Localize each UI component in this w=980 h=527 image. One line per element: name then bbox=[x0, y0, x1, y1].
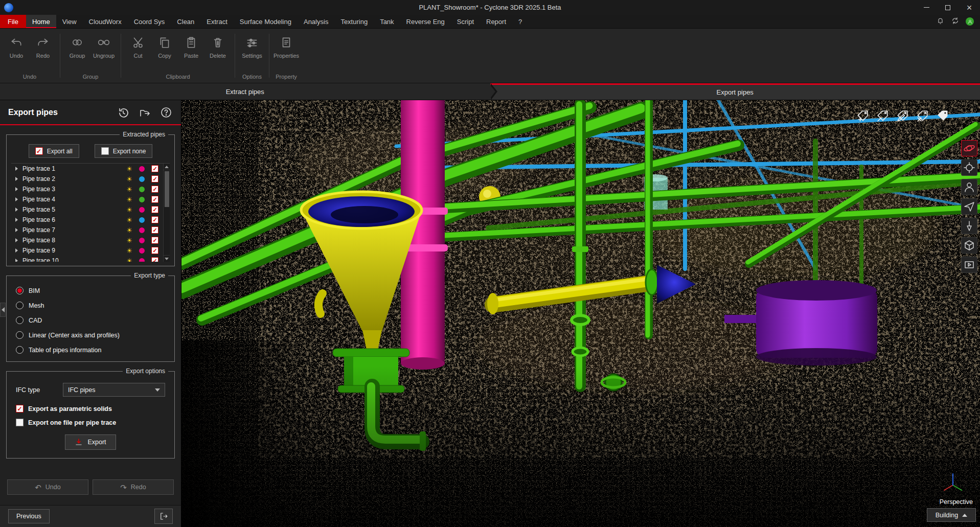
exit-command-button[interactable] bbox=[154, 509, 173, 524]
color-swatch[interactable] bbox=[139, 196, 145, 203]
export-checkbox[interactable] bbox=[151, 196, 158, 203]
pipe-trace-row[interactable]: Pipe trace 10 bbox=[11, 256, 170, 262]
tab-cloudworx[interactable]: CloudWorx bbox=[83, 15, 128, 28]
copy-button[interactable]: Copy bbox=[151, 31, 178, 59]
target-icon[interactable] bbox=[961, 159, 977, 176]
color-swatch[interactable] bbox=[139, 166, 145, 172]
visibility-sun-icon[interactable] bbox=[126, 176, 132, 182]
tab-script[interactable]: Script bbox=[451, 15, 480, 28]
color-swatch[interactable] bbox=[139, 207, 145, 213]
visibility-sun-icon[interactable] bbox=[126, 196, 132, 203]
export-checkbox[interactable] bbox=[151, 247, 158, 254]
group-button[interactable]: Group bbox=[64, 31, 90, 59]
visibility-sun-icon[interactable] bbox=[126, 186, 132, 193]
tab-tank[interactable]: Tank bbox=[374, 15, 400, 28]
undo-button[interactable]: Undo bbox=[3, 31, 30, 59]
radio-cad[interactable]: CAD bbox=[11, 313, 170, 328]
pipe-trace-row[interactable]: Pipe trace 9 bbox=[11, 245, 170, 256]
scroll-up-icon[interactable] bbox=[164, 164, 170, 170]
expand-caret-icon[interactable] bbox=[15, 177, 18, 181]
cut-button[interactable]: Cut bbox=[125, 31, 151, 59]
radio-bim[interactable]: BIM bbox=[11, 283, 170, 298]
export-checkbox[interactable] bbox=[151, 216, 158, 223]
expand-caret-icon[interactable] bbox=[15, 167, 18, 171]
fly-icon[interactable] bbox=[961, 198, 977, 215]
tab-surface-modeling[interactable]: Surface Modeling bbox=[234, 15, 298, 28]
visibility-sun-icon[interactable] bbox=[126, 166, 132, 172]
redo-button[interactable]: Redo bbox=[30, 31, 56, 59]
panel-collapse-handle[interactable] bbox=[0, 303, 6, 317]
pipe-trace-row[interactable]: Pipe trace 6 bbox=[11, 215, 170, 225]
ifc-type-dropdown[interactable]: IFC pipes bbox=[63, 383, 165, 397]
scrollbar-thumb[interactable] bbox=[165, 171, 169, 207]
delete-button[interactable]: Delete bbox=[204, 31, 231, 59]
maximize-button[interactable] bbox=[937, 0, 959, 15]
expand-caret-icon[interactable] bbox=[15, 187, 18, 191]
export-checkbox[interactable] bbox=[151, 257, 158, 262]
expand-caret-icon[interactable] bbox=[15, 218, 18, 222]
expand-caret-icon[interactable] bbox=[15, 238, 18, 242]
3d-viewport-scene[interactable] bbox=[181, 100, 980, 527]
pipe-trace-row[interactable]: Pipe trace 8 bbox=[11, 235, 170, 245]
color-swatch[interactable] bbox=[139, 186, 145, 193]
settings-button[interactable]: Settings bbox=[239, 31, 265, 59]
sync-icon[interactable] bbox=[951, 16, 960, 27]
expand-caret-icon[interactable] bbox=[15, 259, 18, 262]
tab-view[interactable]: View bbox=[56, 15, 83, 28]
color-swatch[interactable] bbox=[139, 176, 145, 182]
visibility-sun-icon[interactable] bbox=[126, 217, 132, 223]
panel-undo-button[interactable]: ↶ Undo bbox=[7, 479, 88, 495]
previous-button[interactable]: Previous bbox=[8, 509, 50, 523]
visibility-sun-icon[interactable] bbox=[126, 207, 132, 213]
one-file-checkbox-row[interactable]: Export one file per pipe trace bbox=[11, 416, 170, 429]
tab-file[interactable]: File bbox=[0, 15, 26, 28]
tab-coord-sys[interactable]: Coord Sys bbox=[128, 15, 171, 28]
export-all-button[interactable]: Export all bbox=[29, 144, 79, 158]
tab-report[interactable]: Report bbox=[480, 15, 512, 28]
scroll-down-icon[interactable] bbox=[164, 255, 170, 262]
ungroup-button[interactable]: Ungroup bbox=[90, 31, 117, 59]
color-swatch[interactable] bbox=[139, 258, 145, 262]
radio-mesh[interactable]: Mesh bbox=[11, 298, 170, 313]
color-swatch[interactable] bbox=[139, 217, 145, 223]
plumb-icon[interactable] bbox=[961, 218, 977, 234]
animation-icon[interactable] bbox=[961, 257, 977, 273]
3d-viewport[interactable]: Perspective Building bbox=[181, 100, 980, 527]
orbit-icon[interactable] bbox=[961, 140, 977, 156]
export-checkbox[interactable] bbox=[151, 175, 158, 182]
visibility-sun-icon[interactable] bbox=[126, 258, 132, 262]
export-checkbox[interactable] bbox=[151, 206, 158, 213]
examiner-icon[interactable] bbox=[961, 179, 977, 195]
share-export-icon[interactable] bbox=[138, 106, 151, 119]
radio-linear[interactable]: Linear (Center axis and profiles) bbox=[11, 328, 170, 342]
visibility-sun-icon[interactable] bbox=[126, 247, 132, 254]
history-icon[interactable] bbox=[117, 106, 130, 119]
expand-caret-icon[interactable] bbox=[15, 208, 18, 212]
visibility-sun-icon[interactable] bbox=[126, 237, 132, 244]
close-button[interactable] bbox=[959, 0, 980, 15]
tab-analysis[interactable]: Analysis bbox=[298, 15, 334, 28]
workflow-step-extract-pipes[interactable]: Extract pipes bbox=[0, 83, 490, 100]
workflow-step-export-pipes[interactable]: Export pipes bbox=[490, 83, 980, 100]
expand-caret-icon[interactable] bbox=[15, 228, 18, 232]
pipe-trace-row[interactable]: Pipe trace 2 bbox=[11, 174, 170, 184]
expand-caret-icon[interactable] bbox=[15, 197, 18, 201]
paste-button[interactable]: Paste bbox=[178, 31, 204, 59]
color-swatch[interactable] bbox=[139, 227, 145, 234]
tab-texturing[interactable]: Texturing bbox=[334, 15, 374, 28]
export-button[interactable]: Export bbox=[65, 434, 116, 450]
help-icon[interactable] bbox=[159, 106, 173, 119]
pipe-trace-row[interactable]: Pipe trace 3 bbox=[11, 184, 170, 194]
minimize-button[interactable] bbox=[916, 0, 937, 15]
expand-caret-icon[interactable] bbox=[15, 248, 18, 253]
view-preset-button[interactable]: Building bbox=[927, 508, 976, 522]
parametric-solids-checkbox-row[interactable]: Export as parametric solids bbox=[11, 402, 170, 416]
visibility-sun-icon[interactable] bbox=[126, 227, 132, 234]
pipe-trace-row[interactable]: Pipe trace 5 bbox=[11, 204, 170, 215]
export-checkbox[interactable] bbox=[151, 186, 158, 193]
radio-table[interactable]: Table of pipes information bbox=[11, 342, 170, 357]
tab-home[interactable]: Home bbox=[26, 15, 56, 28]
annotation-edit-icon[interactable] bbox=[895, 108, 910, 124]
annotation-visibility-icon[interactable] bbox=[875, 108, 891, 124]
label-icon[interactable] bbox=[935, 108, 950, 124]
